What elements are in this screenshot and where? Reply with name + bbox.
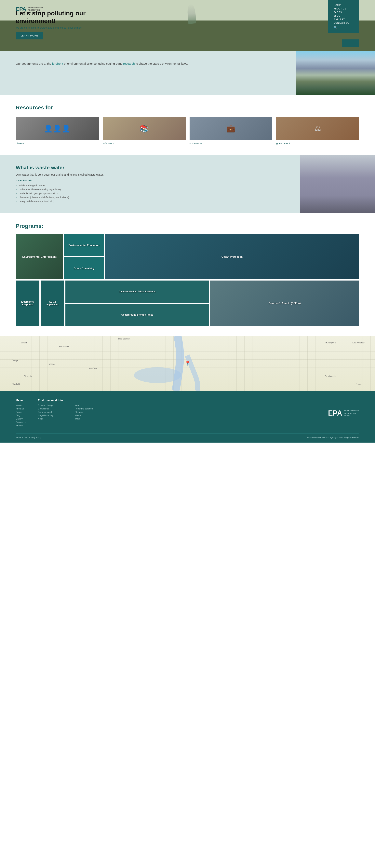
- footer-link-illegal-dumping[interactable]: Illegal Dumping: [38, 414, 63, 416]
- program-emergency-response[interactable]: Emergency Response: [16, 281, 39, 326]
- program-green-chemistry[interactable]: Green Chemistry: [64, 257, 104, 279]
- dept-link-research[interactable]: research: [123, 62, 134, 65]
- footer-logo-area: EPA ENVIRONMENTALPROTECTIONAGENCY: [328, 399, 359, 428]
- map-label-plainfield: Plainfield: [12, 383, 20, 385]
- footer-menu-col: Menu Home About us Pages Blog Gallery Co…: [16, 399, 26, 428]
- nav-blog[interactable]: BLOG: [334, 14, 353, 17]
- map-label-farmingdale: Farmingdale: [324, 375, 336, 377]
- program-underground-storage[interactable]: Underground Storage Tanks: [65, 304, 209, 326]
- list-item: chemicals (cleaners, disinfectants, medi…: [16, 195, 284, 199]
- footer-link-water[interactable]: Water: [75, 417, 93, 420]
- footer-link-environmental[interactable]: Environmental: [38, 411, 63, 413]
- departments-text: Our departments are at the forefront of …: [0, 51, 296, 95]
- hero-section: EPA ENVIRONMENTALPROTECTIONAGENCY HOME A…: [0, 0, 375, 51]
- wastewater-title: What is waste water: [16, 165, 284, 171]
- wastewater-section: What is waste water Dirty water that is …: [0, 155, 375, 213]
- prog-label-environmental-education: Environmental Education: [69, 244, 99, 247]
- program-ocean-protection[interactable]: Ocean Protection: [105, 234, 359, 279]
- footer-bottom: Terms of use | Privacy Policy Environmen…: [16, 434, 359, 439]
- dept-link-forefront[interactable]: forefront: [52, 62, 63, 65]
- businesses-label: businesses: [190, 142, 273, 145]
- footer-link-reporting[interactable]: Reporting pollution: [75, 407, 93, 410]
- slider-controls: ‹ ›: [342, 39, 359, 47]
- footer-link-contact[interactable]: Contact us: [16, 421, 26, 423]
- footer: Menu Home About us Pages Blog Gallery Co…: [0, 391, 375, 442]
- departments-section: Our departments are at the forefront of …: [0, 51, 375, 95]
- footer-link-hub[interactable]: Hub: [75, 404, 93, 406]
- citizens-label: citizens: [16, 142, 99, 145]
- footer-env-col: Environmental info Climate change Compli…: [38, 399, 63, 428]
- list-item: nutrients (nitrogen, phosphorus, etc.): [16, 191, 284, 195]
- footer-terms-link[interactable]: Terms of use: [16, 436, 27, 439]
- footer-link-about[interactable]: About us: [16, 407, 26, 410]
- resource-citizens[interactable]: 👤👤👤 citizens: [16, 117, 99, 145]
- footer-link-gallery[interactable]: Gallery: [16, 417, 26, 420]
- prog-label-underground-storage: Underground Storage Tanks: [121, 313, 153, 316]
- government-label: government: [276, 142, 359, 145]
- footer-link-students[interactable]: Students: [75, 411, 93, 413]
- hero-title: Let's stop polluting our environment!: [16, 9, 95, 25]
- program-governors-awards[interactable]: Governor's Awards (GEELA): [210, 281, 360, 326]
- footer-copyright: Environmental Protection Agency © 2016 A…: [307, 436, 359, 439]
- resource-educators[interactable]: 📚 educators: [103, 117, 186, 145]
- hero-subtitle: we are committed to protect and enhance …: [16, 26, 95, 29]
- footer-privacy-link[interactable]: Privacy Policy: [29, 436, 41, 439]
- nav-about[interactable]: ABOUT US: [334, 7, 353, 10]
- map-label-clifton: Clifton: [49, 363, 55, 366]
- map-type-label: Map Satellite: [118, 338, 130, 340]
- programs-title: Programs:: [16, 223, 359, 229]
- prog-label-emergency-response: Emergency Response: [19, 301, 37, 306]
- footer-logo-subtitle: ENVIRONMENTALPROTECTIONAGENCY: [344, 409, 359, 417]
- footer-more-col: Hub Reporting pollution Students Waste W…: [75, 399, 93, 428]
- slider-next-button[interactable]: ›: [350, 39, 359, 47]
- program-environmental-education[interactable]: Environmental Education: [64, 234, 104, 256]
- educators-label: educators: [103, 142, 186, 145]
- map-label-east-northport: East Northport: [352, 342, 365, 344]
- footer-link-climate[interactable]: Climate change: [38, 404, 63, 406]
- map-label-new-york: New York: [89, 367, 97, 369]
- footer-link-noise[interactable]: Noise: [38, 417, 63, 420]
- footer-link-pages[interactable]: Pages: [16, 411, 26, 413]
- footer-logo-epa: EPA: [328, 409, 342, 417]
- map-label-fairfield: Fairfield: [20, 342, 27, 344]
- footer-link-compliance[interactable]: Compliance: [38, 407, 63, 410]
- search-icon[interactable]: 🔍: [334, 26, 353, 29]
- programs-section: Programs: Environmental Enforcement Envi…: [0, 213, 375, 336]
- map-label-freeport: Freeport: [356, 383, 363, 385]
- program-environmental-enforcement[interactable]: Environmental Enforcement: [16, 234, 63, 279]
- program-tribal-relations[interactable]: California Indian Tribal Relations: [65, 281, 209, 303]
- resource-businesses[interactable]: 💼 businesses: [190, 117, 273, 145]
- prog-label-tribal-relations: California Indian Tribal Relations: [119, 290, 156, 293]
- footer-menu-title: Menu: [16, 399, 26, 402]
- footer-link-search[interactable]: Search: [16, 424, 26, 427]
- prog-label-ab32: AB 32 Implement: [43, 301, 61, 306]
- businesses-image: 💼: [190, 117, 273, 141]
- footer-link-waste[interactable]: Waste: [75, 414, 93, 416]
- svg-point-0: [134, 367, 181, 383]
- program-ab32[interactable]: AB 32 Implement: [40, 281, 64, 326]
- footer-env-title: Environmental info: [38, 399, 63, 402]
- wastewater-intro: Dirty water that is sent down our drains…: [16, 173, 284, 176]
- map-section: Fairfield Morristown Huntingdon East Nor…: [0, 336, 375, 391]
- footer-link-blog[interactable]: Blog: [16, 414, 26, 416]
- list-item: solids and organic matter: [16, 184, 284, 187]
- nav-home[interactable]: HOME: [334, 4, 353, 6]
- wastewater-can-include: It can include:: [16, 179, 284, 182]
- nav-gallery[interactable]: GALLERY: [334, 18, 353, 21]
- resource-government[interactable]: ⚖ government: [276, 117, 359, 145]
- footer-link-home[interactable]: Home: [16, 404, 26, 406]
- prog-label-environmental-enforcement: Environmental Enforcement: [22, 255, 56, 258]
- citizens-image: 👤👤👤: [16, 117, 99, 141]
- nav-pages[interactable]: PAGES: [334, 11, 353, 13]
- slider-prev-button[interactable]: ‹: [342, 39, 350, 47]
- map-label-orange: Orange: [12, 360, 18, 362]
- government-image: ⚖: [276, 117, 359, 141]
- map-label-huntingdon: Huntingdon: [325, 342, 336, 344]
- list-item: pathogens (disease causing organisms): [16, 187, 284, 191]
- learn-more-button[interactable]: LEARN MORE: [16, 32, 43, 39]
- nav-contact[interactable]: CONTACT US: [334, 22, 353, 24]
- map-pin: 📍: [185, 361, 191, 366]
- wastewater-list: solids and organic matter pathogens (dis…: [16, 184, 284, 203]
- wastewater-image: [300, 155, 375, 213]
- resources-title: Resources for: [16, 104, 359, 111]
